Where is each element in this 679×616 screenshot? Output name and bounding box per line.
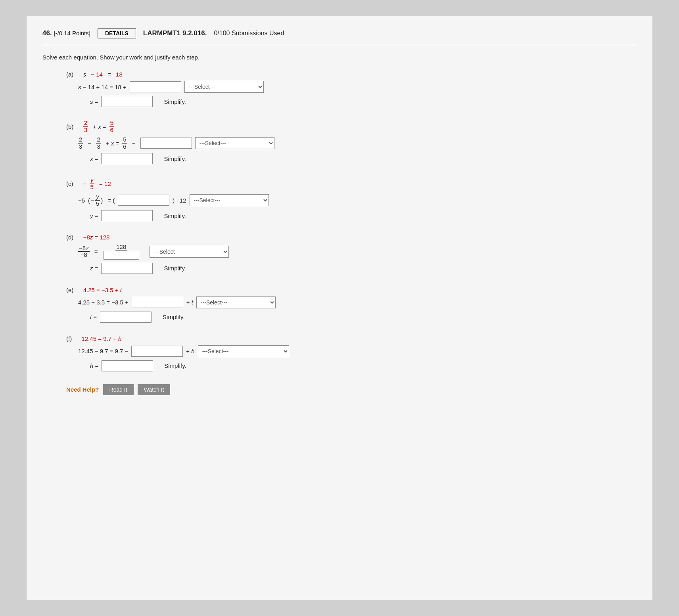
input-c-step1[interactable] (118, 195, 169, 206)
need-help-label: Need Help? (66, 386, 99, 393)
instructions: Solve each equation. Show your work and … (42, 54, 637, 61)
fraction-c-1: y 5 (90, 177, 94, 190)
input-b-step2[interactable] (101, 153, 153, 164)
watch-it-button[interactable]: Watch It (138, 384, 171, 395)
fraction-b-3: 2 3 (78, 136, 83, 150)
section-b-label: (b) (66, 123, 73, 130)
fraction-d-1: −8z −8 (78, 245, 90, 258)
section-f-label: (f) (66, 335, 72, 342)
section-f: (f) 12.45 = 9.7 + h 12.45 − 9.7 = 9.7 − … (66, 335, 637, 371)
input-b-step1[interactable] (140, 138, 192, 149)
fraction-c-2: y 5 (95, 193, 100, 207)
input-e-step1[interactable] (132, 297, 183, 308)
fraction-b-2: 5 6 (109, 120, 114, 133)
read-it-button[interactable]: Read It (103, 384, 134, 395)
section-d-label: (d) (66, 234, 73, 241)
section-e: (e) 4.25 = −3.5 + t 4.25 + 3.5 = −3.5 + … (66, 287, 637, 323)
section-a-label: (a) (66, 71, 73, 78)
input-d-step2[interactable] (101, 263, 153, 274)
page-container: 46. [-/0.14 Points] DETAILS LARMPMT1 9.2… (26, 16, 653, 600)
input-c-step2[interactable] (101, 210, 153, 221)
input-f-step2[interactable] (102, 360, 153, 371)
fraction-b-5: 5 6 (122, 136, 127, 150)
section-c: (c) − y 5 = 12 −5 ( − y 5 ) (66, 177, 637, 221)
fraction-b-4: 2 3 (96, 136, 101, 150)
input-a-step2[interactable] (101, 96, 153, 107)
select-b-step1[interactable]: ---Select--- (195, 137, 274, 149)
section-a: (a) s − 14 = 18 s − 14 + 14 = 18 + ---Se… (66, 71, 637, 107)
problem-id: LARMPMT1 9.2.016. (143, 29, 207, 37)
select-e-step1[interactable]: ---Select--- (196, 297, 276, 308)
section-c-label: (c) (66, 180, 73, 187)
select-d-step1[interactable]: ---Select--- (150, 246, 229, 258)
select-c-step1[interactable]: ---Select--- (190, 194, 269, 206)
details-button[interactable]: DETAILS (98, 28, 136, 38)
problem-number: 46. [-/0.14 Points] (42, 29, 90, 37)
section-e-label: (e) (66, 287, 73, 293)
input-e-step2[interactable] (100, 312, 152, 323)
problem-body: (a) s − 14 = 18 s − 14 + 14 = 18 + ---Se… (42, 71, 637, 395)
need-help-section: Need Help? Read It Watch It (66, 384, 637, 395)
input-a-step1[interactable] (130, 81, 181, 92)
fraction-b-1: 2 3 (83, 120, 88, 133)
select-f-step1[interactable]: ---Select--- (198, 345, 289, 357)
problem-header: 46. [-/0.14 Points] DETAILS LARMPMT1 9.2… (42, 28, 637, 45)
section-b: (b) 2 3 + x = 5 6 2 3 − (66, 120, 637, 164)
select-a-step1[interactable]: ---Select--- (184, 81, 264, 93)
submissions-used: 0/100 Submissions Used (214, 30, 284, 37)
input-f-step1[interactable] (131, 346, 183, 357)
input-d-step1[interactable] (104, 251, 139, 260)
fraction-d-2: 128 (103, 244, 140, 260)
section-d: (d) −8z = 128 −8z −8 = 128 ---Select--- (66, 234, 637, 274)
